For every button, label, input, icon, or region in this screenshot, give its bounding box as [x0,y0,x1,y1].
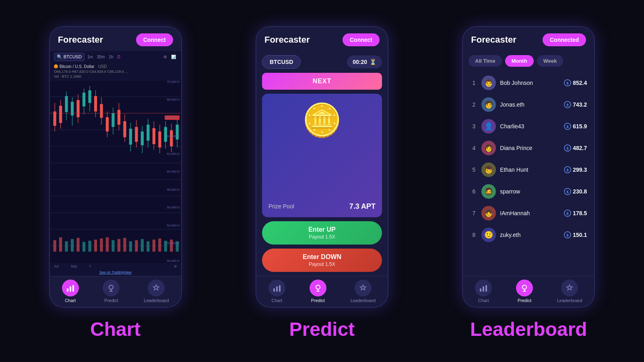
lb-chart-icon [475,280,492,296]
svg-rect-26 [94,96,97,111]
predict-nav-label-chart: Chart [271,298,282,303]
candlestick-chart [50,80,181,263]
avatar-8: 🙂 [481,228,496,242]
leaderboard-nav-predict[interactable]: Predict [516,280,533,303]
lb-nav-label-predict: Predict [518,298,531,303]
prize-pool-label: Prize Pool [268,203,294,210]
svg-rect-50 [164,127,167,142]
lb-row-1: 1 👨 Bob Johnson $ 852.4 [469,73,588,93]
chart-ohlc: O66,179.0 H67,820.0 C64,829.0 C66,129.0 … [54,70,177,74]
svg-rect-83 [276,286,278,292]
treasure-chest-icon: 🪙 [302,104,342,136]
chart-area: 70,000.0 68,000.0 66,129.0 64,000.0 62,0… [50,80,181,263]
svg-rect-38 [129,128,132,144]
chart-x-labels: Jul Sep 7 [54,264,91,268]
lb-row-2: 2 🧑 Jonas.eth $ 743.2 [469,95,588,114]
avatar-5: 👦 [481,162,496,177]
prize-pool-bottom: Prize Pool 7.3 APT [268,202,376,211]
svg-rect-76 [170,239,173,251]
coin-icon-8: $ [564,231,571,239]
lb-row-6: 6 🧔 sparrow $ 230.8 [469,182,588,201]
svg-rect-24 [88,90,91,103]
enter-up-button[interactable]: Enter UP Payout 1.5X [262,221,382,245]
leaderboard-nav-leaderboard[interactable]: Leaderboard [557,280,582,303]
chart-connect-button[interactable]: Connect [136,33,173,46]
tf-D[interactable]: D [116,54,121,60]
lb-row-5: 5 👦 Ethan Hunt $ 299.3 [469,160,588,179]
timer-badge: 00:20 ⏳ [347,56,382,68]
svg-rect-77 [175,241,178,251]
filter-month[interactable]: Month [505,55,534,67]
lb-filter-row: All Time Month Week [463,51,594,71]
svg-rect-64 [100,238,103,251]
predict-connect-button[interactable]: Connect [343,33,380,46]
score-6: $ 230.8 [564,188,587,195]
chart-settings-icon[interactable]: ⚙ [162,54,168,60]
lb-row-7: 7 👧 IAmHannah $ 178.5 [469,204,588,223]
avatar-1: 👨 [481,76,496,90]
chart-nav-predict[interactable]: Predict [103,280,120,303]
leaderboard-column: Forecaster Connected All Time Month Week… [462,26,595,340]
svg-rect-67 [117,239,120,251]
svg-text:$: $ [567,81,569,85]
svg-rect-44 [147,124,149,140]
svg-rect-71 [140,239,143,251]
svg-rect-52 [170,130,173,146]
filter-all-time[interactable]: All Time [469,55,502,67]
coin-icon-2: $ [564,101,571,108]
score-5: $ 299.3 [564,166,587,173]
svg-rect-61 [83,242,85,251]
svg-point-105 [522,285,526,289]
predict-icon-inactive [103,280,120,296]
tf-1m[interactable]: 1m [86,54,94,60]
chart-info-bar: Bitcoin / U.S. Dollar USD O66,179.0 H67,… [50,63,181,80]
chart-phone: Forecaster Connect 🔍 BTCUSD 1m 30m 1h D … [49,26,182,308]
svg-rect-63 [94,239,97,251]
tf-30m[interactable]: 30m [96,54,106,60]
predict-app-title: Forecaster [264,35,310,45]
enter-down-button[interactable]: Enter DOWN Payout 1.5X [262,249,382,272]
chart-content: 🔍 BTCUSD 1m 30m 1h D ⚙ 📊 Bitcoin / U.S. … [50,51,181,276]
score-3: $ 615.9 [564,123,587,130]
avatar-3: 👤 [481,119,496,134]
tradingview-link[interactable]: See on TradingView [50,269,181,276]
avatar-7: 👧 [481,206,496,220]
chart-indicators-icon[interactable]: 📊 [170,54,177,60]
coin-icon-7: $ [564,210,571,217]
svg-text:$: $ [567,146,569,150]
chart-icon-active [62,280,79,296]
predict-nav-leaderboard[interactable]: Leaderboard [351,280,376,303]
search-icon: 🔍 [57,54,62,60]
tf-1h[interactable]: 1h [107,54,114,60]
leaderboard-nav-chart[interactable]: Chart [475,280,492,303]
avatar-2: 🧑 [481,97,496,112]
chart-bottom-nav: Chart Predict Leaderboard [50,276,181,307]
svg-rect-102 [480,288,481,292]
leaderboard-phone: Forecaster Connected All Time Month Week… [462,26,595,308]
lb-row-8: 8 🙂 zuky.eth $ 150.1 [469,225,588,245]
leaderboard-list: 1 👨 Bob Johnson $ 852.4 2 🧑 Jonas.eth [463,71,594,276]
coin-icon-1: $ [564,79,571,86]
chart-info-title: Bitcoin / U.S. Dollar USD [54,64,177,69]
svg-rect-103 [483,286,484,292]
chart-nav-chart[interactable]: Chart [62,280,79,303]
svg-rect-20 [76,100,79,117]
predict-nav-predict[interactable]: Predict [310,280,326,303]
predict-nav-chart[interactable]: Chart [268,280,285,303]
chart-header: Forecaster Connect [50,27,181,51]
chart-nav-leaderboard[interactable]: Leaderboard [144,280,169,303]
chart-nav-label-chart: Chart [65,298,76,303]
predict-header: Forecaster Connect [256,27,388,51]
filter-week[interactable]: Week [537,55,564,67]
svg-rect-74 [158,238,161,251]
predict-symbol-row: BTCUSD 00:20 ⏳ [262,55,382,69]
coin-icon-4: $ [564,144,571,152]
btc-dot-icon [54,64,58,68]
chart-x-axis: Jul Sep 7 ⊕ [50,263,181,269]
svg-rect-48 [158,131,161,147]
chart-symbol-badge[interactable]: 🔍 BTCUSD [54,53,85,61]
svg-rect-66 [111,240,114,251]
svg-rect-34 [117,109,120,124]
leaderboard-connect-button[interactable]: Connected [543,33,586,46]
lb-nav-label-leaderboard: Leaderboard [557,298,582,303]
